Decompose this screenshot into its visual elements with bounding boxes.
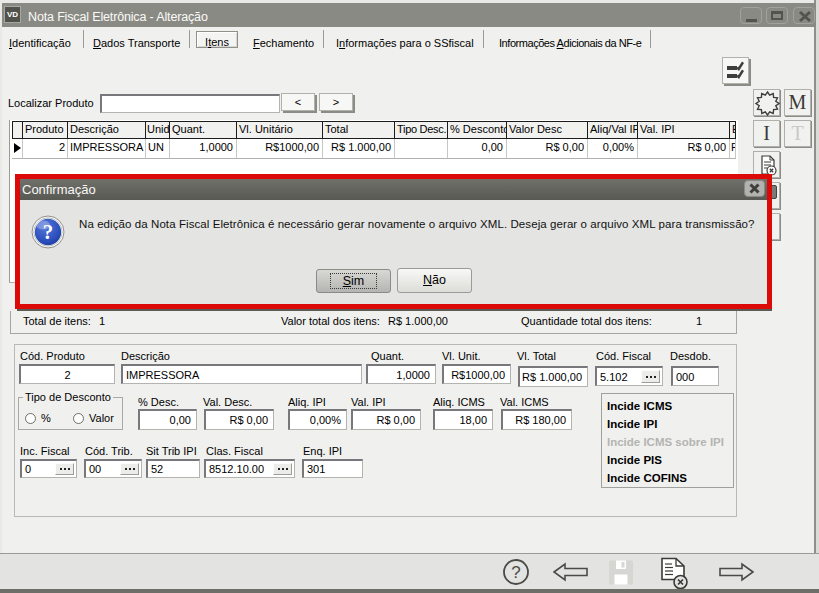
svg-text:?: ? [511,563,520,582]
svg-text:?: ? [43,220,54,244]
